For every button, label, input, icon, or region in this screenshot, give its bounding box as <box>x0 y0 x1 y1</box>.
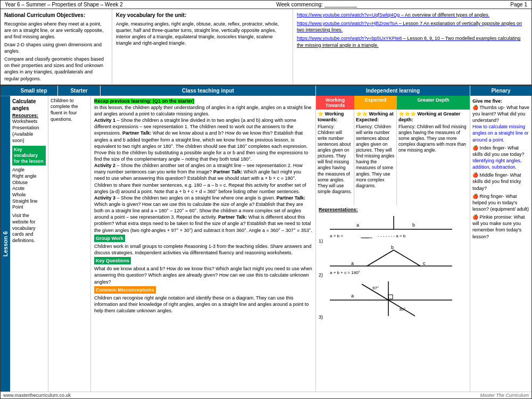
plenary-thumb: 🍎 Thumbs up- What have you learnt? What … <box>472 104 529 143</box>
svg-text:b: b <box>391 245 394 250</box>
svg-text:b: b <box>412 222 415 228</box>
rep3-label: 3) <box>319 314 323 320</box>
representations-title: Representations: <box>319 207 467 212</box>
column-headers-row: Small step Starter Class teaching input … <box>1 86 531 96</box>
small-step-column: Calculate angles Resources: Worksheets P… <box>10 96 48 392</box>
vocab-obtuse: Obtuse <box>12 180 46 186</box>
svg-text:30°: 30° <box>399 307 405 312</box>
svg-text:a + b =: a + b = <box>330 234 343 238</box>
col-header-plenary: Plenary <box>470 86 531 96</box>
svg-text:- - - - - - - a = b: - - - - - - - a = b <box>378 234 406 238</box>
svg-text:a: a <box>351 261 354 266</box>
vocab-right-angle: Right angle <box>12 173 46 180</box>
common-misconceptions-label: Common Misconceptions <box>94 285 312 295</box>
page-header: Year 6 – Summer – Properties of Shape – … <box>1 1 531 9</box>
wt-col: ⭐ Working towards: Fluency: Children wil… <box>316 110 354 205</box>
common-misconceptions-text: Children can recognise right angle notat… <box>94 295 312 314</box>
gd-header: Greater Depth <box>397 96 470 110</box>
independent-column: Working Towards Expected Greater Depth ⭐… <box>316 96 470 392</box>
plenary-intro: Give me five: <box>472 98 529 104</box>
thumb-label: 🍎 Thumbs up- <box>472 105 505 110</box>
vocab-column: Key vocabulary for the unit: Angle, meas… <box>112 9 293 85</box>
rep3-diagram: a 97° 30° <box>325 279 458 319</box>
nco-column: National Curriculum Objectives: Recognis… <box>1 9 112 85</box>
vocab-box: Key vocabulary for the lesson <box>12 146 46 165</box>
vocab-acute: Acute <box>12 186 46 192</box>
vocab-heading: Key vocabulary for the unit: <box>116 12 289 19</box>
link-3[interactable]: https://www.youtube.com/watch?v=bp5UxYKP… <box>297 35 528 48</box>
links-column: https://www.youtube.com/watch?v=UqfSwlqi… <box>293 9 531 85</box>
svg-line-10 <box>394 250 420 266</box>
rep1-label: 1) <box>319 238 323 244</box>
svg-text:97°: 97° <box>372 286 379 290</box>
exp-stars: ⭐⭐ Working at Expected: <box>356 111 395 123</box>
wt-header: Working Towards <box>316 96 354 110</box>
class-activity2: Activity 2 – Show the children another s… <box>94 162 312 195</box>
recap-label: Recap previous learning: (Q1 on the star… <box>94 98 312 104</box>
link-1[interactable]: https://www.youtube.com/watch?v=UqfSwlqi… <box>297 12 528 18</box>
rep1-diagram: a b a + b = ___ - - - - - - - a = b <box>325 213 458 243</box>
recap-highlight: Recap previous learning: (Q1 on the star… <box>94 98 194 104</box>
class-activity3: Activity 3 – Show the children two angle… <box>94 195 312 234</box>
top-section: National Curriculum Objectives: Recognis… <box>1 9 531 86</box>
representation-3: 3) a 97° 30° <box>319 279 467 320</box>
wt-fluency: Fluency: Children will write number sent… <box>318 124 352 195</box>
small-step-resources-label: Resources: <box>12 113 46 119</box>
gd-stars: ⭐⭐⭐ Working at Greater depth: <box>398 111 468 123</box>
footer-logo: Master The Curriculum <box>480 393 529 398</box>
class-activity1: Activity 1 – Show the children a straigh… <box>94 117 312 162</box>
plenary-middle: 🍎 Middle finger- What skills did you fin… <box>472 172 529 191</box>
index-link: Identifying right angles, addition, subt… <box>472 158 522 170</box>
svg-text:a + b + c = 180°: a + b + c = 180° <box>330 270 360 275</box>
exp-fluency: Fluency: Children will write number sent… <box>356 124 395 189</box>
index-label: 🍎 Index finger- <box>472 145 506 151</box>
plenary-pinkie: 🍎 Pinkie promise: What will you make sur… <box>472 214 529 240</box>
group-work-text: Children work in small groups to complet… <box>94 243 312 256</box>
rep2-label: 2) <box>319 272 323 278</box>
representations-section: Representations: 1) a b a + b = ___ <box>316 205 470 322</box>
svg-text:c: c <box>423 261 426 266</box>
exp-col: ⭐⭐ Working at Expected: Fluency: Childre… <box>354 110 397 205</box>
header-week: Week commencing: ___________ <box>276 2 357 7</box>
nco-text-1: Recognise angles where they meet at a po… <box>4 21 108 40</box>
nco-heading: National Curriculum Objectives: <box>4 12 108 19</box>
header-page: Page 1 <box>510 2 527 7</box>
key-questions-text: What do we know about a and b? How do we… <box>94 265 312 285</box>
class-teaching-column: Recap previous learning: (Q1 on the star… <box>91 96 316 392</box>
pinkie-label: 🍎 Pinkie promise: <box>472 214 512 220</box>
starter-column: Children to complete the fluent in four … <box>48 96 91 392</box>
key-questions-label: Key Questions <box>94 256 312 265</box>
col-header-starter: Starter <box>58 86 101 96</box>
starter-text: Children to complete the fluent in four … <box>51 98 88 123</box>
plenary-column: Give me five: 🍎 Thumbs up- What have you… <box>470 96 531 392</box>
col-header-small-step: Small step <box>10 86 58 96</box>
vocab-point: Point <box>12 204 46 211</box>
link-2[interactable]: https://www.youtube.com/watch?v=HjfIZrow… <box>297 20 528 33</box>
ring-label: 🍎 Ring finger- <box>472 194 504 199</box>
header-title: Year 6 – Summer – Properties of Shape – … <box>5 2 123 7</box>
small-step-visit: Visit the website for vocabulary cards a… <box>12 213 46 244</box>
col-header-independent: Independent learning <box>316 86 470 96</box>
plenary-index: 🍎 Index finger- What skills did you use … <box>472 145 529 171</box>
plenary-ring: 🍎 Ring finger- What helped you in today'… <box>472 193 529 212</box>
key-questions-box: Key Questions <box>94 257 131 264</box>
thumb-link: How to calculate missing angles on a str… <box>472 124 529 142</box>
gd-fluency: Fluency: Children will find missing angl… <box>398 124 468 153</box>
ind-sub-headers: Working Towards Expected Greater Depth <box>316 96 470 110</box>
gd-col: ⭐⭐⭐ Working at Greater depth: Fluency: C… <box>397 110 470 205</box>
rep2-diagram: a b c a + b + c = 180° <box>325 245 458 277</box>
group-work-label: Group Work <box>94 234 312 243</box>
svg-rect-22 <box>388 295 393 299</box>
vocab-text: Angle, measuring angles, right angle, ob… <box>116 21 289 47</box>
nco-text-3: Compare and classify geometric shapes ba… <box>4 56 108 82</box>
col-header-class: Class teaching input <box>101 86 316 96</box>
representation-1: 1) a b a + b = ___ - - - - - - - a = b <box>319 213 467 244</box>
svg-text:a: a <box>356 222 359 228</box>
ind-content: ⭐ Working towards: Fluency: Children wil… <box>316 110 470 205</box>
representation-2: 2) a b c a + b + c = 180° <box>319 245 467 278</box>
small-step-resources-text: Worksheets Presentation <box>12 119 46 131</box>
vocab-whole: Whole <box>12 192 46 198</box>
class-para1: In this lesson, the children apply their… <box>94 104 312 117</box>
footer: www.masterthecurriculum.co.uk Master The… <box>1 392 531 398</box>
small-step-title: Calculate angles <box>12 98 46 112</box>
